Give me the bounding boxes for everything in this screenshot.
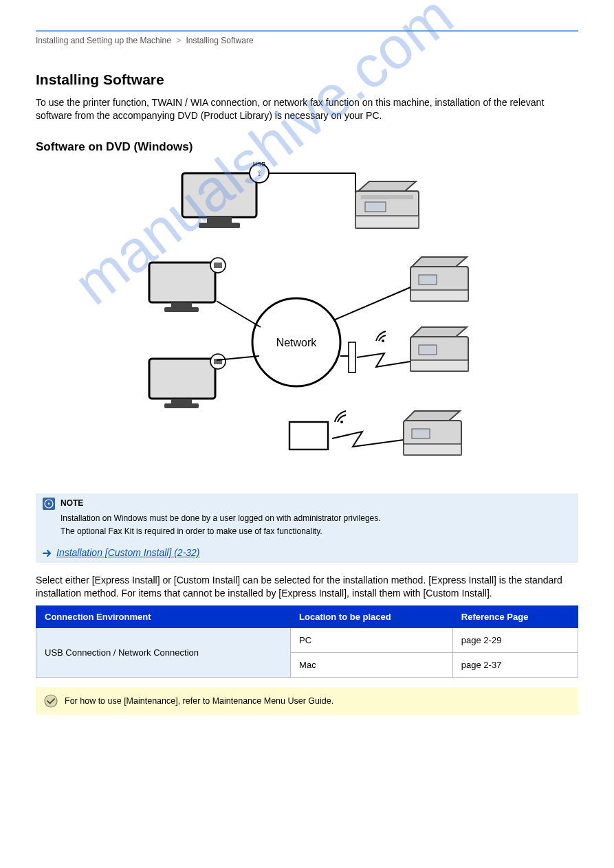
svg-point-41 xyxy=(48,502,50,504)
note-text-2: The optional Fax Kit is required in orde… xyxy=(61,526,571,537)
th-environment: Connection Environment xyxy=(36,605,291,627)
svg-rect-19 xyxy=(171,399,192,403)
intro-paragraph: To use the printer function, TWAIN / WIA… xyxy=(36,96,578,122)
usb-diagram: ⟟ USB xyxy=(36,161,578,239)
breadcrumb: Installing and Setting up the Machine > … xyxy=(36,36,578,45)
cell-loc: Mac xyxy=(291,652,453,677)
note-text-1: Installation on Windows must be done by … xyxy=(61,513,571,524)
cell-env: USB Connection / Network Connection xyxy=(36,627,291,677)
note-box: NOTE Installation on Windows must be don… xyxy=(36,493,578,563)
cell-ref: page 2-37 xyxy=(452,652,578,677)
svg-rect-9 xyxy=(361,195,413,199)
svg-line-17 xyxy=(217,301,261,327)
svg-rect-14 xyxy=(164,307,199,312)
breadcrumb-separator: > xyxy=(173,36,184,45)
tip-box: For how to use [Maintenance], refer to M… xyxy=(36,687,578,715)
svg-rect-12 xyxy=(149,263,215,302)
svg-point-31 xyxy=(382,340,384,342)
svg-rect-10 xyxy=(365,202,386,212)
svg-text:⟟: ⟟ xyxy=(258,169,261,177)
th-reference: Reference Page xyxy=(452,605,578,627)
svg-rect-0 xyxy=(182,173,256,217)
network-label: Network xyxy=(276,337,317,348)
svg-point-35 xyxy=(340,421,343,423)
svg-rect-37 xyxy=(404,444,461,455)
svg-rect-18 xyxy=(149,359,215,399)
note-disc-icon xyxy=(43,498,55,510)
svg-rect-1 xyxy=(207,217,232,223)
svg-rect-25 xyxy=(410,290,468,301)
svg-rect-29 xyxy=(410,360,468,371)
cell-ref: page 2-29 xyxy=(452,627,578,652)
svg-rect-20 xyxy=(164,403,199,408)
tip-text: For how to use [Maintenance], refer to M… xyxy=(65,696,333,706)
svg-rect-34 xyxy=(289,422,328,449)
checkmark-icon xyxy=(44,694,58,708)
svg-point-42 xyxy=(45,695,57,707)
page-title: Installing Software xyxy=(36,71,578,88)
breadcrumb-item: Installing and Setting up the Machine xyxy=(36,36,171,45)
svg-rect-8 xyxy=(355,216,419,228)
custom-install-link[interactable]: Installation [Custom Install] (2-32) xyxy=(56,546,200,560)
svg-rect-16 xyxy=(214,263,222,268)
connection-table: Connection Environment Location to be pl… xyxy=(36,605,578,678)
svg-rect-26 xyxy=(419,275,437,285)
section-heading-dvd: Software on DVD (Windows) xyxy=(36,140,578,154)
table-row: USB Connection / Network Connection PC p… xyxy=(36,627,578,652)
th-location: Location to be placed xyxy=(291,605,453,627)
install-method-paragraph: Select either [Express Install] or [Cust… xyxy=(36,574,578,600)
network-diagram: Network xyxy=(36,246,578,469)
breadcrumb-item: Installing Software xyxy=(186,36,254,45)
svg-line-27 xyxy=(333,287,410,320)
svg-rect-38 xyxy=(412,429,430,438)
svg-rect-2 xyxy=(199,223,240,228)
svg-rect-13 xyxy=(171,302,192,307)
arrow-icon xyxy=(43,548,52,558)
usb-label: USB xyxy=(252,161,265,168)
svg-rect-32 xyxy=(349,342,355,372)
cell-loc: PC xyxy=(291,627,453,652)
svg-rect-30 xyxy=(419,345,437,355)
